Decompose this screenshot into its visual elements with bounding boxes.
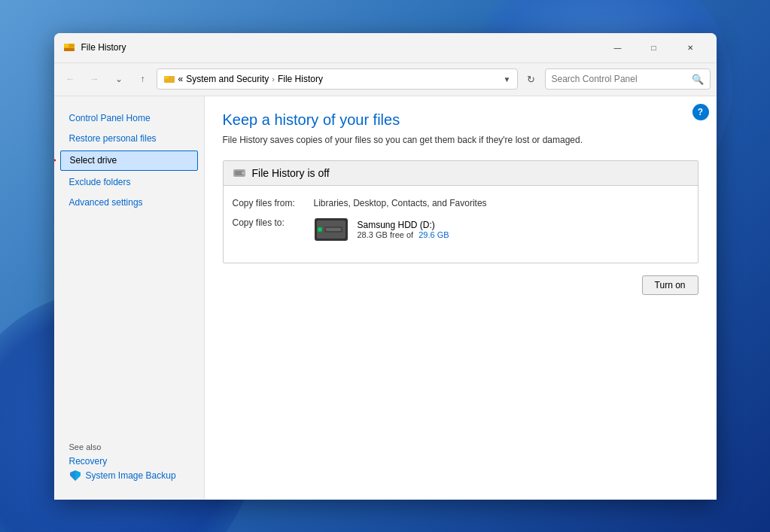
- maximize-button[interactable]: □: [637, 36, 671, 59]
- address-prefix: «: [178, 74, 184, 84]
- drive-space: 28.3 GB free of 29.6 GB: [358, 230, 449, 239]
- minimize-button[interactable]: —: [601, 36, 635, 59]
- svg-rect-2: [69, 44, 75, 47]
- breadcrumb-separator: ›: [272, 74, 275, 84]
- back-button[interactable]: ←: [60, 68, 81, 90]
- see-also-title: See also: [69, 442, 189, 451]
- copy-files-from-row: Copy files from: Libraries, Desktop, Con…: [233, 198, 689, 208]
- sidebar-item-select-drive[interactable]: Select drive: [60, 150, 198, 171]
- hdd-status-icon: [233, 168, 246, 178]
- drive-info-row: Samsung HDD (D:) 28.3 GB free of 29.6 GB: [314, 217, 449, 242]
- file-history-panel-header: File History is off: [224, 161, 698, 186]
- file-history-panel-body: Copy files from: Libraries, Desktop, Con…: [224, 186, 698, 263]
- nav-bar: ← → ⌄ ↑ « System and Security › File His…: [54, 63, 717, 96]
- up-button[interactable]: ↑: [132, 68, 154, 90]
- drive-name: Samsung HDD (D:): [358, 220, 449, 230]
- close-button[interactable]: ✕: [673, 36, 708, 59]
- svg-marker-8: [75, 470, 81, 481]
- svg-rect-16: [326, 228, 341, 231]
- sidebar-item-advanced-settings[interactable]: Advanced settings: [54, 193, 204, 213]
- breadcrumb-current: File History: [278, 74, 323, 84]
- window-controls: — □ ✕: [601, 36, 708, 59]
- folder-icon: [163, 73, 175, 85]
- sidebar-item-recovery[interactable]: Recovery: [69, 456, 189, 467]
- help-button[interactable]: ?: [692, 104, 709, 120]
- forward-button[interactable]: →: [84, 68, 105, 90]
- sidebar-item-system-image-backup[interactable]: System Image Backup: [86, 470, 176, 481]
- search-icon[interactable]: 🔍: [692, 74, 704, 85]
- address-chevron-icon[interactable]: ▼: [504, 75, 511, 84]
- search-input[interactable]: [552, 74, 689, 84]
- window-title: File History: [81, 42, 601, 53]
- main-window: File History — □ ✕ ← → ⌄ ↑ « System and …: [54, 33, 717, 500]
- sidebar: Control Panel Home Restore personal file…: [54, 96, 205, 500]
- copy-files-to-label: Copy files to:: [233, 217, 308, 228]
- refresh-button[interactable]: ↻: [521, 68, 542, 90]
- svg-rect-1: [64, 44, 68, 47]
- main-content-area: ? Keep a history of your files File Hist…: [205, 96, 717, 500]
- drive-details: Samsung HDD (D:) 28.3 GB free of 29.6 GB: [358, 220, 449, 239]
- svg-point-14: [318, 227, 322, 232]
- see-also-section: See also Recovery System Image Backup: [54, 430, 204, 488]
- drive-icon: [314, 217, 348, 242]
- copy-files-from-value: Libraries, Desktop, Contacts, and Favori…: [314, 198, 689, 208]
- window-icon: [63, 41, 75, 53]
- copy-files-to-row: Copy files to: Samsung HDD: [233, 217, 689, 242]
- file-history-status: File History is off: [252, 167, 330, 179]
- search-bar: 🔍: [545, 68, 711, 90]
- svg-rect-3: [64, 48, 75, 51]
- breadcrumb: « System and Security › File History: [178, 74, 323, 84]
- system-image-backup-item: System Image Backup: [69, 470, 189, 482]
- address-bar: « System and Security › File History ▼: [157, 68, 518, 90]
- arrow-annotation: [54, 153, 59, 168]
- sidebar-item-exclude-folders[interactable]: Exclude folders: [54, 172, 204, 193]
- svg-point-11: [242, 172, 245, 175]
- page-title: Keep a history of your files: [223, 111, 698, 129]
- file-history-panel: File History is off Copy files from: Lib…: [223, 160, 698, 263]
- recent-locations-button[interactable]: ⌄: [108, 68, 129, 90]
- content-area: Control Panel Home Restore personal file…: [54, 96, 717, 500]
- turn-on-button[interactable]: Turn on: [642, 275, 698, 295]
- copy-files-from-label: Copy files from:: [233, 198, 308, 208]
- system-image-backup-icon: [69, 470, 81, 482]
- svg-rect-5: [164, 76, 169, 79]
- sidebar-item-restore-personal-files[interactable]: Restore personal files: [54, 129, 204, 149]
- sidebar-item-control-panel-home[interactable]: Control Panel Home: [54, 108, 204, 129]
- breadcrumb-parent[interactable]: System and Security: [186, 74, 269, 84]
- page-description: File History saves copies of your files …: [223, 135, 698, 145]
- title-bar: File History — □ ✕: [54, 33, 717, 63]
